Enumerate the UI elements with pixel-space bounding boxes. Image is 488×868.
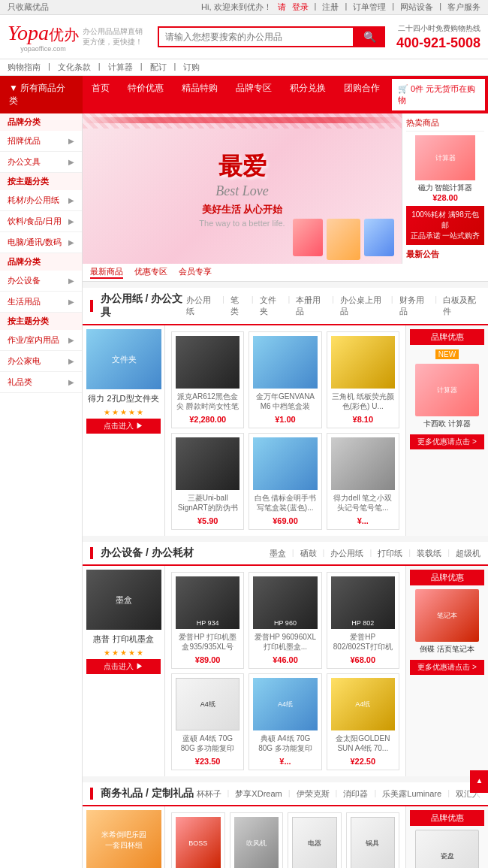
gifts-feat-img: 米希倒吧乐园一套四杯组 — [86, 810, 161, 868]
nav-link-terms[interactable]: 文化条款 — [58, 62, 91, 73]
nav-link-guide[interactable]: 购物指南 — [8, 62, 41, 73]
link-whiteboard[interactable]: 白板及配件 — [443, 295, 480, 317]
link-desk[interactable]: 办公桌上用品 — [340, 295, 385, 317]
sub-nav-member[interactable]: 会员专享 — [179, 266, 212, 279]
logo-sub: yopaoffice.com — [20, 45, 65, 53]
list-item[interactable]: 金万年GENVANA M6 中档笔盒装（原...） ¥1.00 — [249, 331, 321, 428]
list-item[interactable]: HP 960 爱普HP 960960XL打印机墨盒... ¥46.00 — [249, 572, 321, 669]
product-img: 电器 — [292, 817, 337, 868]
sidebar-cat-homework[interactable]: 作业/室内用品▶ — [0, 330, 82, 351]
list-item[interactable]: A4纸 金太阳GOLDEN SUN A4纸 70... ¥22.50 — [327, 673, 399, 770]
top-bar-register[interactable]: 注册 — [322, 2, 339, 13]
cart-button[interactable]: 🛒 0件 元无货币在购物 — [392, 79, 485, 110]
link-xdream[interactable]: 梦享XDream — [235, 788, 282, 800]
sidebar-theme-label: 按主题分类 — [0, 313, 82, 330]
nav-premium[interactable]: 精品特购 — [173, 76, 227, 113]
sidebar-cat-appliance[interactable]: 办公家电▶ — [0, 351, 82, 372]
product-name: 金太阳GOLDEN SUN A4纸 70... — [331, 733, 395, 755]
list-item[interactable]: 三菱Uni-ball SignART的防伪书写中等... ¥5.90 — [171, 433, 244, 530]
list-item[interactable]: A4纸 典硕 A4纸 70G 80G 多功能复印纸... ¥... — [249, 673, 321, 770]
top-bar-login-link[interactable]: 登录 — [292, 2, 309, 13]
section-stationery-title: 办公用纸 / 办公文具 — [90, 292, 186, 319]
office-feat-btn[interactable]: 点击进入 ▶ — [86, 659, 161, 674]
section-office-links: 墨盒 | 硒鼓 | 办公用纸 | 打印纸 | 装载纸 | 超级机 — [270, 548, 480, 559]
link-load-paper[interactable]: 装载纸 — [417, 548, 441, 559]
stationery-featured-prod: NEW 计算器 卡西欧 计算器 — [410, 349, 484, 428]
scroll-top-button[interactable]: ▲ 回顶 — [470, 770, 488, 793]
logo-motto: 更方便，更快捷！ — [83, 37, 143, 47]
products-wrap-office: 墨盒 惠普 打印机墨盒 ★★★★★ 点击进入 ▶ HP 934 爱普HP 打印机… — [83, 566, 488, 776]
top-bar-service[interactable]: 客户服务 — [447, 2, 480, 13]
featured-more-btn[interactable]: 更多优惠请点击 > — [410, 434, 484, 449]
nav-link-order2[interactable]: 订购 — [183, 62, 200, 73]
link-yirong[interactable]: 伊荣克斯 — [297, 788, 330, 800]
banner-text: 最爱 Best Love 美好生活 从心开始 The way to a bett… — [199, 150, 285, 228]
sidebar-cat-gifts[interactable]: 礼品类▶ — [0, 372, 82, 393]
sidebar-cat-consumables[interactable]: 耗材/办公用纸▶ — [0, 190, 82, 211]
link-cups[interactable]: 杯杯子 — [197, 788, 221, 800]
featured-badge-wrap: NEW — [410, 349, 484, 361]
sub-nav-deals[interactable]: 优惠专区 — [134, 266, 167, 279]
nav-items: 首页 特价优惠 精品特购 品牌专区 积分兑换 团购合作 — [83, 76, 389, 113]
link-notebooks[interactable]: 本册用品 — [296, 295, 326, 317]
list-item[interactable]: 得力dell 笔之小双头记号笔号笔... ¥... — [327, 433, 399, 530]
link-office-paper2[interactable]: 办公用纸 — [330, 548, 363, 559]
link-office-paper[interactable]: 办公用纸 — [186, 295, 216, 317]
nav-group[interactable]: 团购合作 — [335, 76, 389, 113]
nav-points[interactable]: 积分兑换 — [281, 76, 335, 113]
link-stamp[interactable]: 消印器 — [343, 788, 368, 800]
top-bar-orders[interactable]: 订单管理 — [353, 2, 386, 13]
all-categories-button[interactable]: ▼ 所有商品分类 — [0, 76, 83, 113]
table-row: 金万年GENVANA M6 中档笔盒装（原...） ¥1.00 — [246, 329, 324, 431]
link-folders[interactable]: 文件夹 — [260, 295, 282, 317]
list-item[interactable]: HP 802 爱普HP 802/802ST打印机墨盒... ¥68.00 — [327, 572, 399, 669]
sidebar-cat-food[interactable]: 饮料/食品/日用▶ — [0, 211, 82, 232]
product-img — [331, 336, 395, 389]
link-finance[interactable]: 财务用品 — [399, 295, 429, 317]
list-item[interactable]: 电器 伊荣克斯Electrolux 磁电心印章... ¥210.00 — [288, 812, 342, 868]
table-row: 锅具 双汇入TWIN (M) GD组具三件套... ¥1,838.00 — [344, 810, 402, 868]
nav-deals[interactable]: 特价优惠 — [119, 76, 173, 113]
product-img: BOSS — [176, 817, 221, 868]
nav-link-order1[interactable]: 配订 — [150, 62, 167, 73]
banner-prod-3 — [364, 219, 394, 256]
office-featured-more[interactable]: 更多优惠请点击 > — [410, 660, 484, 675]
search-input[interactable] — [158, 26, 354, 47]
sub-nav-new[interactable]: 最新商品 — [90, 266, 123, 279]
list-item[interactable]: BOSS BOSS PLAN他/她/它套 三件套... ¥286.00 — [171, 812, 225, 868]
list-item[interactable]: 派克AR612黑色金尖 爵款时尚女性笔 ¥2,280.00 — [171, 331, 244, 428]
list-item[interactable]: 锅具 双汇入TWIN (M) GD组具三件套... ¥1,838.00 — [346, 812, 400, 868]
sidebar: 品牌分类 招牌优品▶ 办公文具▶ 按主题分类 耗材/办公用纸▶ 饮料/食品/日用… — [0, 113, 83, 868]
link-super[interactable]: 超级机 — [456, 548, 480, 559]
product-price: ¥... — [331, 516, 395, 525]
sidebar-cat-stationery[interactable]: 办公文具▶ — [0, 152, 82, 173]
product-name: 爱普HP 打印机墨盒935/935XL号 — [176, 632, 239, 653]
link-print-paper[interactable]: 打印纸 — [378, 548, 402, 559]
sidebar-cat-electronics[interactable]: 电脑/通讯/数码▶ — [0, 232, 82, 253]
sidebar-cat-living[interactable]: 生活用品▶ — [0, 292, 82, 313]
stationery-featured-title: 品牌优惠 — [410, 329, 484, 345]
list-item[interactable]: HP 934 爱普HP 打印机墨盒935/935XL号 ¥89.00 — [171, 572, 244, 669]
promo2: 正品承诺 一站式购齐 — [410, 231, 480, 241]
link-ink[interactable]: 墨盒 — [270, 548, 286, 559]
search-button[interactable]: 🔍 — [354, 26, 385, 47]
product-img: 锅具 — [351, 817, 396, 868]
list-item[interactable]: 吹风机 叠善MZX-0013D 好积/他/她... ¥2.00 — [230, 812, 284, 868]
nav-link-calc[interactable]: 计算器 — [108, 62, 133, 73]
sidebar-cat-equipment[interactable]: 办公设备▶ — [0, 271, 82, 292]
list-item[interactable]: 三角机 纸板荧光颜色(彩色) U... ¥8.10 — [327, 331, 399, 428]
table-row: HP 802 爱普HP 802/802ST打印机墨盒... ¥68.00 — [324, 570, 402, 671]
nav-brand[interactable]: 品牌专区 — [227, 76, 281, 113]
link-toner[interactable]: 硒鼓 — [300, 548, 317, 559]
gifts-featured-title: 品牌优惠 — [410, 810, 484, 826]
sidebar-cat-featured[interactable]: 招牌优品▶ — [0, 131, 82, 152]
product-img — [176, 437, 239, 490]
top-bar-site[interactable]: 网站设备 — [400, 2, 433, 13]
list-item[interactable]: 白色 借标金明手书写笔盒装(蓝色)... ¥69.00 — [249, 433, 321, 530]
link-pens[interactable]: 笔类 — [230, 295, 246, 317]
list-item[interactable]: A4纸 蓝硕 A4纸 70G 80G 多功能复印纸... ¥23.50 — [171, 673, 244, 770]
top-bar-login[interactable]: 请 — [278, 2, 286, 13]
stationery-feat-btn[interactable]: 点击进入 ▶ — [86, 419, 161, 434]
link-luminarc[interactable]: 乐美露Luminare — [382, 788, 441, 800]
nav-home[interactable]: 首页 — [83, 76, 119, 113]
